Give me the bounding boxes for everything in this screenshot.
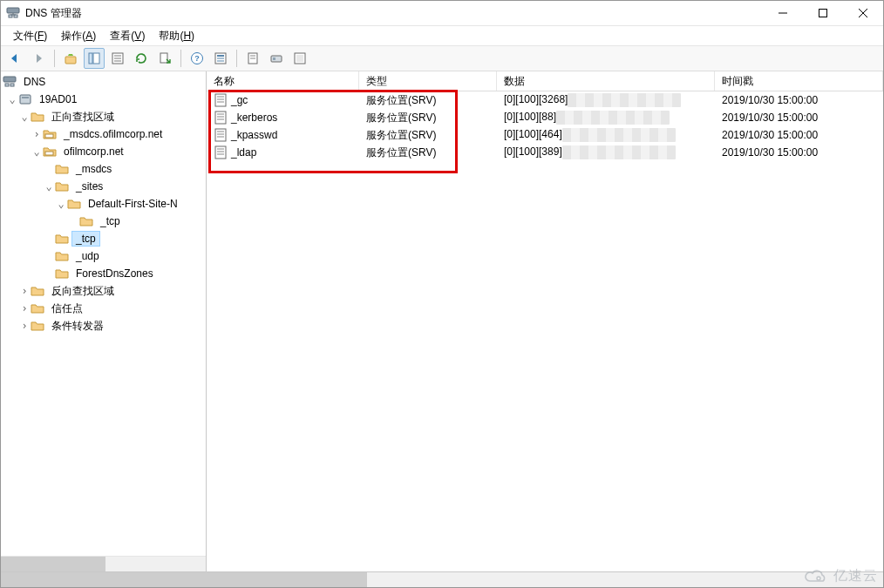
col-type[interactable]: 类型 [359,71,497,91]
zone-icon [43,127,57,141]
svg-rect-10 [89,53,92,64]
tree-sites[interactable]: ⌄ _sites [1,178,206,195]
tree-panel: DNS ⌄ 19AD01 ⌄ 正向查找区域 › _msdcs.ofilmcorp… [1,71,207,571]
folder-icon [79,214,93,228]
expander-icon[interactable]: › [18,320,31,332]
folder-icon [67,197,81,211]
menu-file[interactable]: 文件(F) [6,27,54,45]
expander-icon[interactable]: › [18,285,31,297]
table-row[interactable]: _kerberos 服务位置(SRV) [0][100][88] 2019/10… [207,109,883,126]
col-timestamp[interactable]: 时间戳 [715,71,883,91]
tree-body[interactable]: DNS ⌄ 19AD01 ⌄ 正向查找区域 › _msdcs.ofilmcorp… [1,73,206,556]
cell-type: 服务位置(SRV) [366,129,436,141]
tree-msdcs[interactable]: _msdcs [1,160,206,178]
toolbar-separator [180,50,181,67]
tree-tcp[interactable]: _tcp [1,230,206,247]
record-icon [214,111,228,125]
nav-back-button[interactable] [4,48,25,69]
cell-ts: 2019/10/30 15:00:00 [722,146,818,159]
cell-name: _kerberos [231,112,277,124]
watermark: 亿速云 [804,567,878,585]
refresh-button[interactable] [131,48,152,69]
svg-rect-16 [160,53,167,63]
watermark-text: 亿速云 [833,567,878,585]
tree-label: ofilmcorp.net [59,144,128,159]
help-button[interactable]: ? [187,48,207,69]
new-host-button[interactable] [266,48,287,69]
svg-rect-37 [215,94,226,106]
tree-default-site[interactable]: ⌄ Default-First-Site-N [1,195,206,213]
svg-rect-35 [45,134,53,138]
tree-root-dns[interactable]: DNS [1,73,206,91]
expander-icon[interactable]: › [18,302,31,314]
expander-icon[interactable]: ⌄ [18,111,31,123]
close-button[interactable] [843,1,883,25]
menu-action[interactable]: 操作(A) [54,27,103,45]
tree-udp[interactable]: _udp [1,247,206,265]
scrollbar-thumb[interactable] [1,572,367,587]
tree-trust[interactable]: › 信任点 [1,300,206,317]
new-record-button[interactable] [242,48,263,69]
svg-rect-45 [215,129,226,141]
tree-label: _tcp [71,231,100,247]
tree-label: _msdcs.ofilmcorp.net [59,126,167,142]
tree-tcp-inner[interactable]: _tcp [1,213,206,230]
tree-forward-zones[interactable]: ⌄ 正向查找区域 [1,108,206,125]
tree-label: 正向查找区域 [47,108,119,126]
svg-rect-11 [93,53,99,64]
table-row[interactable]: _ldap 服务位置(SRV) [0][100][389] 2019/10/30… [207,144,883,161]
cell-data: [0][100][88] [504,111,556,123]
expander-icon[interactable]: › [31,128,43,140]
minimize-button[interactable] [763,1,803,25]
show-hide-tree-button[interactable] [84,48,105,69]
maximize-button[interactable] [803,1,843,25]
svg-rect-36 [45,152,53,155]
expander-icon[interactable]: ⌄ [31,145,43,158]
cell-data: [0][100][3268] [504,93,568,105]
record-icon [214,145,228,159]
expander-icon[interactable]: ⌄ [6,93,18,105]
cell-type: 服务位置(SRV) [366,112,436,124]
tree-label: DNS [19,74,50,90]
filter-button[interactable] [210,48,231,69]
folder-icon [55,162,69,176]
new-zone-button[interactable] [289,48,310,69]
folder-icon [31,284,44,298]
tree-conditional-forwarders[interactable]: › 条件转发器 [1,317,206,335]
svg-rect-20 [217,55,224,57]
scrollbar-thumb[interactable] [1,557,105,571]
tree-zone-msdcs[interactable]: › _msdcs.ofilmcorp.net [1,125,206,143]
menu-help[interactable]: 帮助(H) [152,27,201,45]
cell-data: [0][100][464] [504,128,562,140]
tree-zone-main[interactable]: ⌄ ofilmcorp.net [1,143,206,160]
list-body[interactable]: _gc 服务位置(SRV) [0][100][3268] 2019/10/30 … [207,91,883,571]
list-panel: 名称 类型 数据 时间戳 _gc 服务位置(SRV) [0][100][3268… [207,71,883,571]
cell-ts: 2019/10/30 15:00:00 [722,94,818,106]
up-level-button[interactable] [60,48,81,69]
record-icon [214,128,228,142]
properties-button[interactable] [107,48,128,69]
window-scrollbar[interactable] [1,571,883,587]
tree-forestdns[interactable]: ForestDnsZones [1,265,206,282]
tree-reverse-zones[interactable]: › 反向查找区域 [1,282,206,300]
expander-icon[interactable]: ⌄ [55,198,67,210]
cell-data: [0][100][389] [504,145,562,158]
redacted-data [568,93,681,107]
table-row[interactable]: _kpasswd 服务位置(SRV) [0][100][464] 2019/10… [207,126,883,144]
tree-scrollbar[interactable] [1,556,206,571]
tree-server[interactable]: ⌄ 19AD01 [1,91,206,108]
svg-text:?: ? [194,54,200,63]
watermark-icon [804,568,828,585]
list-header: 名称 类型 数据 时间戳 [207,71,883,91]
col-data[interactable]: 数据 [497,71,715,91]
col-name[interactable]: 名称 [207,71,359,91]
export-button[interactable] [154,48,175,69]
svg-rect-27 [273,57,275,60]
folder-icon [31,301,44,315]
expander-icon[interactable]: ⌄ [43,180,55,193]
cell-ts: 2019/10/30 15:00:00 [722,112,818,124]
table-row[interactable]: _gc 服务位置(SRV) [0][100][3268] 2019/10/30 … [207,91,883,109]
nav-forward-button[interactable] [28,48,49,69]
cell-name: _kpasswd [231,129,277,141]
menu-view[interactable]: 查看(V) [103,27,152,45]
